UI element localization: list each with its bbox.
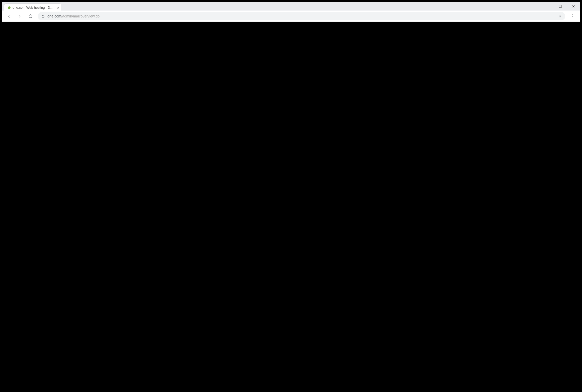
svg-rect-0	[42, 16, 44, 17]
lock-icon	[41, 14, 45, 18]
window-close-button[interactable]: ✕	[569, 3, 578, 9]
new-tab-button[interactable]: +	[63, 4, 71, 12]
browser-menu-button[interactable]: ⋮	[569, 13, 577, 19]
forward-button[interactable]	[16, 13, 23, 20]
url-text: one.com/admin/mail/overview.do	[47, 14, 556, 18]
favicon-icon	[8, 6, 11, 9]
url-input[interactable]: one.com/admin/mail/overview.do ☆	[38, 12, 565, 20]
window-minimize-button[interactable]: —	[543, 3, 551, 9]
browser-tab-title: one.com Web hosting - Domain	[13, 6, 54, 9]
browser-address-bar: one.com/admin/mail/overview.do ☆ ⋮	[2, 11, 580, 22]
reload-button[interactable]	[27, 13, 34, 20]
window-titlebar: one.com Web hosting - Domain × + — ☐ ✕	[2, 2, 580, 11]
browser-tab[interactable]: one.com Web hosting - Domain ×	[4, 4, 61, 12]
back-button[interactable]	[5, 13, 13, 20]
bookmark-star-icon[interactable]: ☆	[558, 14, 562, 18]
close-tab-icon[interactable]: ×	[57, 5, 59, 10]
window-maximize-button[interactable]: ☐	[556, 3, 564, 9]
